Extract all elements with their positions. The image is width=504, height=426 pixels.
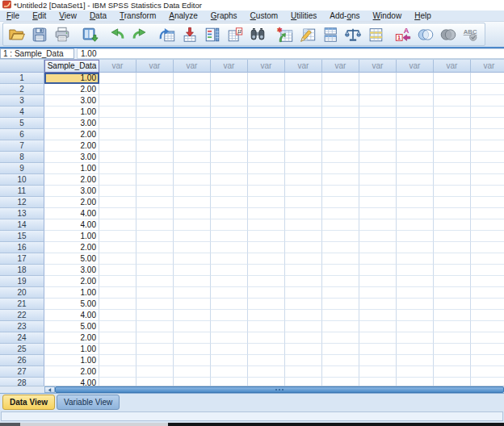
empty-cell[interactable] <box>136 219 174 231</box>
empty-cell[interactable] <box>322 174 359 186</box>
empty-cell[interactable] <box>248 73 285 84</box>
insert-cases-button[interactable]: ✱ <box>274 23 296 45</box>
empty-cell[interactable] <box>136 231 174 242</box>
empty-cell[interactable] <box>471 106 504 118</box>
save-button[interactable] <box>28 23 51 45</box>
empty-cell[interactable] <box>322 299 359 310</box>
redo-button[interactable] <box>128 23 151 45</box>
empty-cell[interactable] <box>322 366 359 378</box>
empty-cell[interactable] <box>322 231 359 242</box>
empty-cell[interactable] <box>174 242 211 253</box>
row-header[interactable]: 1 <box>0 73 44 84</box>
empty-cell[interactable] <box>322 73 359 84</box>
empty-cell[interactable] <box>174 344 211 355</box>
empty-cell[interactable] <box>471 129 504 140</box>
data-cell[interactable]: 5.00 <box>44 321 99 332</box>
empty-cell[interactable] <box>471 265 504 276</box>
empty-cell[interactable] <box>248 140 285 152</box>
empty-cell[interactable] <box>285 95 322 106</box>
empty-cell[interactable] <box>99 310 136 321</box>
empty-cell[interactable] <box>285 197 322 208</box>
empty-cell[interactable] <box>248 253 285 265</box>
empty-cell[interactable] <box>99 276 136 287</box>
empty-cell[interactable] <box>471 118 504 129</box>
empty-cell[interactable] <box>471 140 504 152</box>
empty-cell[interactable] <box>359 321 397 332</box>
empty-cell[interactable] <box>248 174 285 186</box>
empty-cell[interactable] <box>99 355 136 366</box>
empty-cell[interactable] <box>471 378 504 386</box>
empty-cell[interactable] <box>434 253 471 265</box>
data-cell[interactable]: 3.00 <box>44 118 99 129</box>
selected-data-cell[interactable]: 1.00 <box>44 73 99 84</box>
empty-cell[interactable] <box>322 310 359 321</box>
menu-addons[interactable]: Add-ons <box>323 10 366 21</box>
empty-cell[interactable] <box>322 332 359 344</box>
empty-cell[interactable] <box>174 366 211 378</box>
data-cell[interactable]: 2.00 <box>44 242 99 253</box>
empty-cell[interactable] <box>174 186 211 197</box>
data-cell[interactable]: 3.00 <box>44 95 99 106</box>
row-header[interactable]: 4 <box>0 106 44 118</box>
menu-data[interactable]: Data <box>83 10 113 21</box>
row-header[interactable]: 9 <box>0 163 44 174</box>
column-header-var[interactable]: var <box>434 60 471 73</box>
empty-cell[interactable] <box>136 332 174 344</box>
empty-cell[interactable] <box>285 366 322 378</box>
empty-cell[interactable] <box>471 253 504 265</box>
empty-cell[interactable] <box>322 84 359 95</box>
empty-cell[interactable] <box>322 378 359 386</box>
empty-cell[interactable] <box>434 163 471 174</box>
empty-cell[interactable] <box>434 197 471 208</box>
empty-cell[interactable] <box>434 366 471 378</box>
empty-cell[interactable] <box>359 186 397 197</box>
empty-cell[interactable] <box>211 174 248 186</box>
empty-cell[interactable] <box>211 276 248 287</box>
empty-cell[interactable] <box>248 129 285 140</box>
column-header-var[interactable]: var <box>248 60 285 73</box>
empty-cell[interactable] <box>99 287 136 299</box>
empty-cell[interactable] <box>322 321 359 332</box>
empty-cell[interactable] <box>471 84 504 95</box>
empty-cell[interactable] <box>99 95 136 106</box>
empty-cell[interactable] <box>136 163 174 174</box>
empty-cell[interactable] <box>471 152 504 163</box>
empty-cell[interactable] <box>397 163 434 174</box>
empty-cell[interactable] <box>211 73 248 84</box>
column-header-var[interactable]: var <box>471 60 504 73</box>
empty-cell[interactable] <box>99 344 136 355</box>
empty-cell[interactable] <box>99 106 136 118</box>
empty-cell[interactable] <box>248 299 285 310</box>
empty-cell[interactable] <box>174 106 211 118</box>
empty-cell[interactable] <box>397 208 434 219</box>
empty-cell[interactable] <box>397 129 434 140</box>
empty-cell[interactable] <box>136 242 174 253</box>
empty-cell[interactable] <box>211 344 248 355</box>
empty-cell[interactable] <box>174 219 211 231</box>
empty-cell[interactable] <box>211 95 248 106</box>
empty-cell[interactable] <box>285 140 322 152</box>
data-cell[interactable]: 2.00 <box>44 174 99 186</box>
empty-cell[interactable] <box>471 208 504 219</box>
empty-cell[interactable] <box>285 152 322 163</box>
empty-cell[interactable] <box>248 355 285 366</box>
column-header-var[interactable]: var <box>211 60 248 73</box>
empty-cell[interactable] <box>136 129 174 140</box>
empty-cell[interactable] <box>434 152 471 163</box>
empty-cell[interactable] <box>434 208 471 219</box>
row-header[interactable]: 10 <box>0 174 44 186</box>
empty-cell[interactable] <box>434 118 471 129</box>
empty-cell[interactable] <box>99 129 136 140</box>
empty-cell[interactable] <box>248 378 285 386</box>
menu-transform[interactable]: Transform <box>113 10 162 21</box>
empty-cell[interactable] <box>248 219 285 231</box>
empty-cell[interactable] <box>211 321 248 332</box>
row-header[interactable]: 28 <box>0 378 44 386</box>
empty-cell[interactable] <box>99 73 136 84</box>
data-cell[interactable]: 3.00 <box>44 265 99 276</box>
empty-cell[interactable] <box>322 242 359 253</box>
empty-cell[interactable] <box>136 378 174 386</box>
empty-cell[interactable] <box>174 355 211 366</box>
data-cell[interactable]: 5.00 <box>44 299 99 310</box>
empty-cell[interactable] <box>397 321 434 332</box>
